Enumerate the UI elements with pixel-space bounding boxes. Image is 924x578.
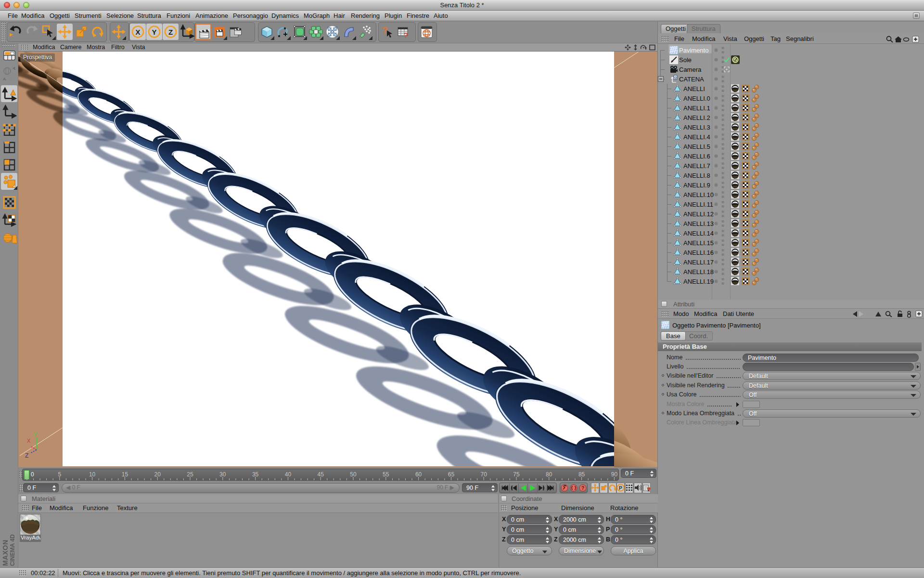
- svg-text:?: ?: [581, 486, 584, 491]
- svg-text:20: 20: [154, 471, 161, 478]
- svg-text:Z: Z: [25, 452, 28, 459]
- svg-text:Y: Y: [152, 28, 156, 36]
- svg-text:40: 40: [285, 471, 292, 478]
- svg-text:60: 60: [415, 471, 422, 478]
- svg-text:10: 10: [89, 471, 96, 478]
- svg-text:5: 5: [58, 471, 61, 478]
- svg-text:X: X: [135, 28, 140, 36]
- svg-text:70: 70: [481, 471, 488, 478]
- svg-text:35: 35: [252, 471, 259, 478]
- svg-text:Z: Z: [168, 28, 173, 36]
- svg-text:Y: Y: [34, 432, 38, 437]
- svg-text:15: 15: [122, 471, 128, 478]
- svg-text:50: 50: [350, 471, 357, 478]
- svg-text:90: 90: [611, 471, 618, 478]
- svg-text:X: X: [27, 438, 31, 444]
- svg-text:80: 80: [546, 471, 552, 478]
- svg-text:45: 45: [318, 471, 324, 478]
- svg-text:85: 85: [578, 471, 585, 478]
- svg-text:0: 0: [675, 76, 677, 80]
- svg-text:?: ?: [382, 25, 388, 35]
- svg-text:P: P: [619, 485, 622, 491]
- svg-text:30: 30: [219, 471, 226, 478]
- svg-text:75: 75: [513, 471, 520, 478]
- svg-text:0: 0: [31, 471, 34, 478]
- svg-text:25: 25: [187, 471, 193, 478]
- svg-text:55: 55: [383, 471, 389, 478]
- svg-text:65: 65: [448, 471, 455, 478]
- svg-text:?: ?: [404, 31, 408, 39]
